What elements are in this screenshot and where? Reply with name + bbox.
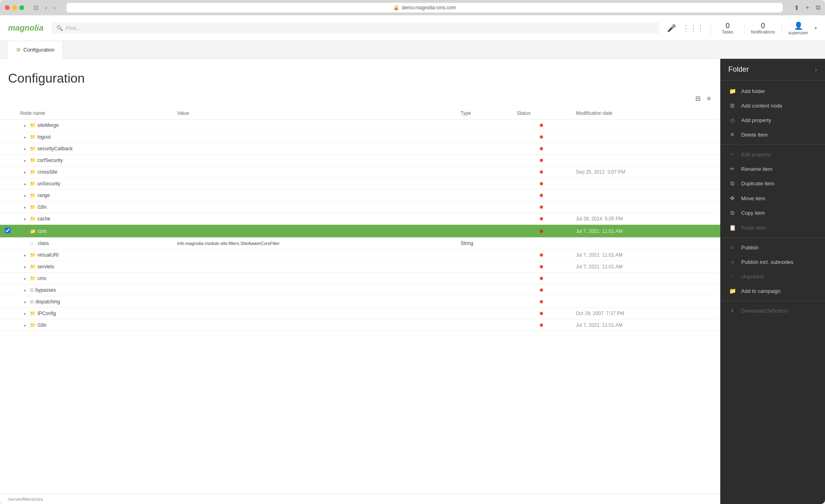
table-row[interactable]: ▸📁cacheJul 28, 2014 5:05 PM — [0, 213, 720, 225]
grid-icon[interactable]: ⋮⋮⋮ — [682, 24, 704, 33]
node-name-text: crossSite — [37, 169, 57, 175]
menu-item-copy-item[interactable]: ⧉Copy item — [720, 205, 825, 220]
minimize-window-btn[interactable] — [12, 5, 17, 10]
node-date — [571, 201, 720, 213]
menu-divider — [720, 301, 825, 301]
menu-item-add-property[interactable]: ◇Add property — [720, 113, 825, 127]
expand-button[interactable]: ▸ — [22, 300, 28, 304]
expand-button[interactable]: ▸ — [22, 253, 28, 257]
expand-button[interactable]: ▸ — [22, 182, 28, 186]
table-row[interactable]: ▸📁i18nJul 7, 2021 11:01 AM — [0, 319, 720, 331]
expand-button[interactable]: ▸ — [22, 265, 28, 269]
menu-item-move-item[interactable]: ✥Move item — [720, 191, 825, 205]
panel-menu: 📁Add folder⊞Add content node◇Add propert… — [720, 81, 825, 504]
menu-item-add-content-node[interactable]: ⊞Add content node — [720, 98, 825, 113]
username-label: superuser — [788, 30, 808, 35]
menu-item-add-folder[interactable]: 📁Add folder — [720, 84, 825, 98]
move-item-icon: ✥ — [728, 195, 736, 201]
maximize-window-btn[interactable] — [19, 5, 24, 10]
sidebar-toggle-icon[interactable]: ⊡ — [34, 4, 39, 11]
node-value — [172, 284, 456, 296]
menu-item-rename-item[interactable]: ✏Rename item — [720, 162, 825, 176]
expand-button[interactable]: ▸ — [22, 123, 28, 128]
node-type — [456, 201, 512, 213]
url-bar[interactable]: 🔒 demo.magnolia-cms.com — [66, 3, 782, 12]
user-chevron-icon[interactable]: ▾ — [815, 25, 817, 31]
table-row[interactable]: ▸📁securityCallback — [0, 143, 720, 155]
header-divider — [711, 22, 711, 34]
table-row[interactable]: ▸📁uriSecurity — [0, 178, 720, 190]
tab-configuration[interactable]: ⚙ Configuration — [8, 41, 63, 59]
node-date — [571, 131, 720, 143]
expand-button[interactable]: ▸ — [22, 158, 28, 163]
node-name-text: cors — [37, 228, 47, 234]
url-text: demo.magnolia-cms.com — [402, 5, 456, 10]
table-row[interactable]: ▸⊞dispatching — [0, 296, 720, 308]
page-title: Configuration — [8, 71, 712, 86]
table-row[interactable]: ▸📁csrfSecurity — [0, 155, 720, 166]
search-bar[interactable]: 🔍 Find... — [52, 23, 659, 33]
row-checkbox[interactable] — [5, 228, 10, 233]
close-window-btn[interactable] — [5, 5, 10, 10]
forward-icon[interactable]: › — [54, 4, 56, 11]
table-row[interactable]: ▸📁logout — [0, 131, 720, 143]
table-row[interactable]: ▸📁siteMerge — [0, 120, 720, 131]
collapse-all-button[interactable]: ⊟ — [694, 93, 702, 104]
node-status — [512, 131, 571, 143]
table-row[interactable]: ▸📁servletsJul 7, 2021 11:01 AM — [0, 261, 720, 273]
table-row[interactable]: ▾📁corsJul 7, 2021 11:01 AM — [0, 225, 720, 238]
notifications-button[interactable]: 0 Notifications — [751, 22, 775, 34]
table-row[interactable]: ▸📁virtualURIJul 7, 2021 11:01 AM — [0, 249, 720, 261]
menu-item-publish[interactable]: ○Publish — [720, 240, 825, 255]
node-date — [571, 155, 720, 166]
table-row[interactable]: ▸📁cms — [0, 273, 720, 284]
folder-icon: 📁 — [30, 193, 36, 198]
menu-button[interactable]: ≡ — [705, 93, 712, 104]
expand-button[interactable]: ▸ — [22, 288, 28, 292]
col-status: Status — [512, 107, 571, 120]
folder-icon: 📁 — [30, 146, 36, 151]
node-name-cell: ▸📁cms — [20, 276, 168, 281]
status-dot — [540, 300, 543, 303]
expand-button[interactable]: ▸ — [22, 276, 28, 281]
status-dot — [540, 312, 543, 315]
share-icon[interactable]: ⬆ — [794, 4, 799, 12]
back-icon[interactable]: ‹ — [45, 4, 47, 11]
panel-chevron-icon[interactable]: › — [815, 66, 817, 73]
menu-item-duplicate-item[interactable]: ⧉Duplicate item — [720, 176, 825, 191]
expand-button[interactable]: ▸ — [22, 205, 28, 209]
expand-button[interactable]: ▸ — [22, 193, 28, 198]
user-menu[interactable]: 👤 superuser — [788, 21, 808, 35]
menu-divider — [720, 144, 825, 145]
table-row[interactable]: ▸📁crossSiteSep 25, 2012 3:07 PM — [0, 166, 720, 178]
expand-button[interactable]: ▾ — [22, 229, 28, 233]
table-container[interactable]: Node name Value Type Status Modification… — [0, 107, 720, 494]
node-status — [512, 178, 571, 190]
table-row[interactable]: ▸⊞bypasses — [0, 284, 720, 296]
table-row[interactable]: ◇classinfo.magnolia.module.site.filters.… — [0, 238, 720, 249]
tasks-label: Tasks — [722, 29, 733, 34]
expand-button[interactable]: ▸ — [22, 311, 28, 316]
new-tab-icon[interactable]: + — [806, 4, 809, 11]
edit-property-icon: ✏ — [728, 151, 736, 158]
table-row[interactable]: ▸📁IPConfigOct 29, 2007 7:37 PM — [0, 308, 720, 319]
expand-button[interactable]: ▸ — [22, 147, 28, 151]
menu-item-publish-subnodes[interactable]: ○Publish incl. subnodes — [720, 255, 825, 269]
menu-item-delete-item[interactable]: ✕Delete item — [720, 127, 825, 142]
add-to-campaign-label: Add to campaign — [741, 288, 781, 294]
mic-icon[interactable]: 🎤 — [667, 24, 676, 33]
node-date: Sep 25, 2012 3:07 PM — [571, 166, 720, 178]
table-row[interactable]: ▸📁i18n — [0, 201, 720, 213]
download-definition-icon: ⬇ — [728, 307, 736, 314]
menu-item-add-to-campaign[interactable]: 📁Add to campaign — [720, 284, 825, 298]
table-row[interactable]: ▸📁range — [0, 190, 720, 201]
windows-icon[interactable]: ⧉ — [816, 4, 820, 11]
status-dot — [540, 253, 543, 257]
folder-icon: 📁 — [30, 228, 36, 234]
expand-button[interactable]: ▸ — [22, 135, 28, 139]
expand-button[interactable]: ▸ — [22, 217, 28, 221]
tasks-button[interactable]: 0 Tasks — [717, 22, 738, 34]
expand-button[interactable]: ▸ — [22, 323, 28, 328]
node-name-text: i18n — [37, 322, 47, 328]
expand-button[interactable]: ▸ — [22, 170, 28, 174]
